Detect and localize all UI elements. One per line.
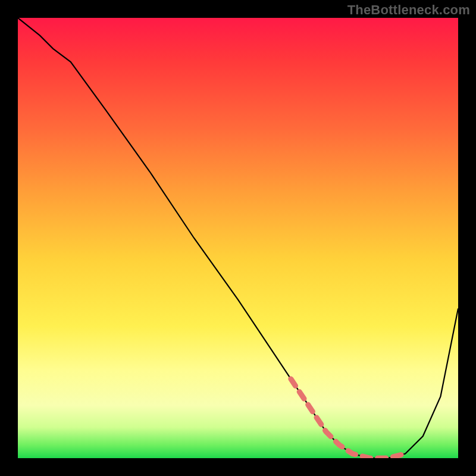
valley-highlight bbox=[291, 379, 405, 458]
plot-area bbox=[18, 18, 458, 458]
curve-layer bbox=[18, 18, 458, 458]
watermark-label: TheBottleneck.com bbox=[347, 2, 470, 18]
bottleneck-curve bbox=[18, 18, 458, 458]
chart-frame: TheBottleneck.com bbox=[0, 0, 476, 476]
